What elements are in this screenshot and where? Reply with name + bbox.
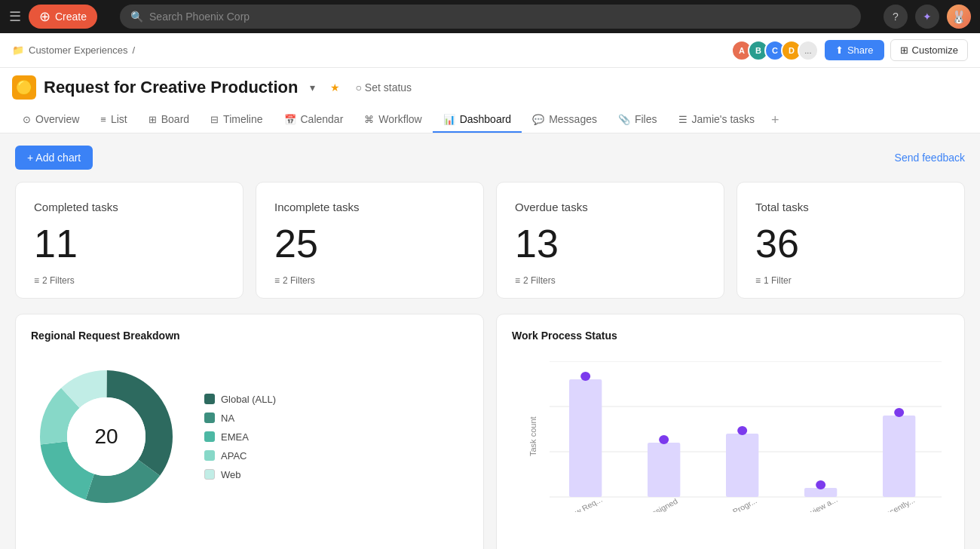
share-button[interactable]: ⬆ Share: [825, 40, 884, 60]
svg-rect-13: [569, 379, 602, 497]
svg-point-20: [737, 426, 747, 435]
stat-overdue-filter-label: 2 Filters: [523, 275, 556, 286]
help-button[interactable]: ?: [884, 5, 908, 29]
tab-files-label: Files: [635, 113, 657, 125]
project-icon: 🟡: [12, 75, 36, 100]
set-status-label: Set status: [365, 81, 412, 94]
svg-text:New Req...: New Req...: [565, 495, 604, 512]
stat-completed-filter-label: 2 Filters: [42, 275, 75, 286]
add-tab-button[interactable]: +: [765, 109, 786, 131]
more-avatars-button[interactable]: ...: [798, 40, 819, 61]
breadcrumb-parent[interactable]: Customer Experiences: [29, 44, 128, 56]
svg-text:Assigned: Assigned: [646, 497, 679, 512]
tab-files[interactable]: 📎 Files: [608, 107, 668, 133]
create-button[interactable]: ⊕ Create: [29, 5, 97, 29]
filter-icon: ≡: [34, 275, 39, 286]
send-feedback-link[interactable]: Send feedback: [895, 152, 965, 164]
header-right-actions: A B C D ... ⬆ Share ⊞ Customize: [731, 39, 968, 61]
svg-rect-19: [726, 434, 758, 497]
stars-button[interactable]: ✦: [915, 5, 939, 29]
stat-overdue-value: 13: [515, 224, 706, 263]
tab-jamies-tasks-label: Jamie's tasks: [692, 113, 755, 125]
legend-dot-global: [204, 394, 215, 404]
donut-chart: 20: [31, 361, 182, 512]
more-avatars-label: ...: [804, 46, 811, 55]
stat-incomplete-filter[interactable]: ≡ 2 Filters: [274, 275, 465, 286]
tab-workflow[interactable]: ⌘ Workflow: [354, 107, 432, 133]
search-bar[interactable]: 🔍 Search Phoenix Corp: [120, 5, 861, 29]
svg-text:Review a...: Review a...: [800, 495, 839, 512]
send-feedback-label: Send feedback: [895, 152, 965, 164]
chevron-down-icon: ▾: [310, 81, 315, 94]
stars-icon: ✦: [923, 11, 932, 23]
tab-list-label: List: [111, 113, 127, 125]
user-avatar[interactable]: 🐰: [947, 5, 971, 29]
project-title: Request for Creative Production: [44, 78, 298, 97]
list-icon: ≡: [100, 114, 106, 125]
tab-board-label: Board: [161, 113, 189, 125]
stat-incomplete-value: 25: [274, 224, 465, 263]
nav-right: ? ✦ 🐰: [884, 5, 971, 29]
stat-total-filter-label: 1 Filter: [764, 275, 792, 286]
tab-workflow-label: Workflow: [378, 113, 421, 125]
svg-text:In Progr...: In Progr...: [724, 497, 758, 512]
share-icon: ⬆: [835, 44, 844, 56]
tab-timeline[interactable]: ⊟ Timeline: [200, 107, 273, 133]
tab-timeline-label: Timeline: [223, 113, 262, 125]
tab-messages[interactable]: 💬 Messages: [522, 107, 608, 133]
donut-legend: Global (ALL) NA EMEA APAC: [204, 394, 276, 480]
legend-item-global: Global (ALL): [204, 394, 276, 405]
stat-completed-filter[interactable]: ≡ 2 Filters: [34, 275, 225, 286]
stat-overdue-filter[interactable]: ≡ 2 Filters: [515, 275, 706, 286]
tab-board[interactable]: ⊞ Board: [138, 107, 200, 133]
customize-button[interactable]: ⊞ Customize: [890, 39, 968, 61]
toolbar-row: + Add chart Send feedback: [15, 146, 965, 170]
hamburger-icon[interactable]: ☰: [9, 8, 21, 25]
customize-icon: ⊞: [900, 44, 908, 56]
stat-card-completed: Completed tasks 11 ≡ 2 Filters: [15, 182, 243, 299]
tab-calendar[interactable]: 📅 Calendar: [274, 107, 354, 133]
breadcrumb: 📁 Customer Experiences /: [12, 44, 135, 56]
donut-chart-card: Regional Request Breakdown: [15, 314, 484, 549]
filter-icon-3: ≡: [515, 275, 520, 286]
circle-icon: ○: [355, 81, 361, 94]
svg-rect-16: [648, 443, 680, 497]
title-dropdown-button[interactable]: ▾: [305, 79, 320, 96]
stat-card-incomplete: Incomplete tasks 25 ≡ 2 Filters: [256, 182, 484, 299]
tab-list[interactable]: ≡ List: [90, 107, 137, 133]
bar-chart-svg: 0 5 10 New Req... Assigned In Progr..: [550, 361, 942, 512]
legend-item-apac: APAC: [204, 450, 276, 462]
svg-rect-25: [883, 416, 915, 497]
legend-label-apac: APAC: [221, 450, 247, 462]
donut-center-value: 20: [94, 425, 118, 449]
calendar-icon: 📅: [284, 114, 296, 125]
legend-label-emea: EMEA: [221, 431, 249, 443]
filter-icon-2: ≡: [274, 275, 280, 286]
add-chart-button[interactable]: + Add chart: [15, 146, 93, 170]
messages-icon: 💬: [532, 114, 544, 125]
project-title-row: 🟡 Request for Creative Production ▾ ★ ○ …: [12, 75, 968, 100]
stats-row: Completed tasks 11 ≡ 2 Filters Incomplet…: [15, 182, 965, 299]
tab-overview-label: Overview: [35, 113, 79, 125]
folder-icon: 📁: [12, 44, 24, 56]
breadcrumb-separator: /: [133, 44, 136, 56]
workflow-icon: ⌘: [364, 114, 374, 125]
donut-container: 20 Global (ALL) NA EMEA: [31, 354, 468, 520]
y-axis-label: Task count: [528, 416, 537, 456]
set-status-button[interactable]: ○ Set status: [351, 79, 416, 96]
stat-completed-value: 11: [34, 224, 225, 263]
stat-total-value: 36: [755, 224, 946, 263]
tab-dashboard[interactable]: 📊 Dashboard: [433, 107, 522, 133]
customize-label: Customize: [912, 44, 958, 56]
tab-overview[interactable]: ⊙ Overview: [12, 107, 90, 133]
legend-dot-web: [204, 469, 215, 480]
legend-item-web: Web: [204, 469, 276, 480]
favorite-button[interactable]: ★: [326, 79, 345, 96]
stat-completed-title: Completed tasks: [34, 201, 225, 213]
svg-point-14: [580, 372, 590, 381]
stat-total-filter[interactable]: ≡ 1 Filter: [755, 275, 946, 286]
legend-dot-apac: [204, 450, 215, 461]
tab-jamies-tasks[interactable]: ☰ Jamie's tasks: [668, 107, 766, 133]
create-label: Create: [55, 11, 87, 23]
overview-icon: ⊙: [23, 114, 31, 125]
